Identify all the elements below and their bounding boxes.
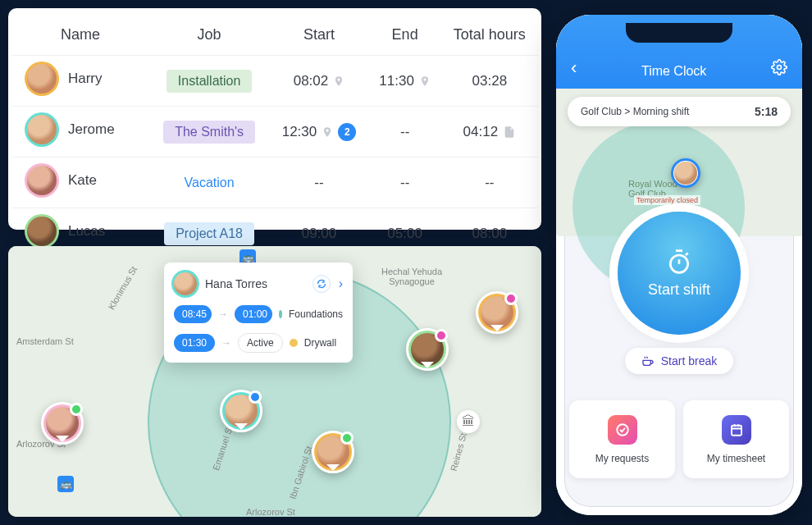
employee-map-pin[interactable] — [312, 431, 354, 473]
avatar — [674, 162, 697, 185]
table-header-row: Name Job Start End Total hours — [11, 16, 538, 56]
employee-popup-name: Hana Torres — [205, 277, 304, 290]
bank-poi-icon: 🏛 — [457, 410, 480, 433]
start-break-label: Start break — [661, 354, 717, 368]
svg-point-1 — [670, 255, 687, 272]
end-time: -- — [400, 175, 409, 191]
avatar — [27, 166, 57, 195]
map-poi-status: Temporarily closed — [634, 195, 700, 205]
phone-mockup: ‹ Time Clock Golf Club > Morning shift 5… — [556, 15, 802, 515]
shift-duration: 5:18 — [755, 105, 778, 118]
employee-map-pin[interactable] — [476, 291, 518, 334]
svg-rect-3 — [732, 425, 741, 435]
job-badge[interactable]: Project A18 — [164, 222, 254, 245]
phone-tiles: My requests My timesheet — [556, 392, 802, 478]
start-time: 09:00 — [302, 226, 337, 242]
col-job: Job — [149, 16, 270, 56]
stopwatch-icon — [666, 249, 692, 275]
avatar — [174, 272, 197, 295]
col-name: Name — [11, 16, 149, 56]
my-location-pin — [671, 158, 700, 188]
avatar — [27, 217, 57, 246]
my-timesheet-tile[interactable]: My timesheet — [683, 400, 789, 478]
count-badge: 2 — [338, 123, 356, 141]
timesheet-table: Name Job Start End Total hours HarryInst… — [11, 16, 538, 258]
task-label: Drywall — [304, 337, 336, 349]
col-start: Start — [269, 16, 368, 56]
employee-name: Harry — [68, 71, 103, 87]
arrow-right-icon: → — [218, 308, 228, 320]
phone-title: Time Clock — [641, 64, 706, 79]
total-hours: 08:00 — [472, 226, 508, 242]
task-color-dot — [279, 310, 282, 318]
chevron-right-icon[interactable]: › — [339, 276, 343, 291]
arrow-right-icon: → — [221, 337, 231, 349]
total-hours: 03:28 — [472, 73, 508, 89]
status-dot-active — [70, 403, 83, 416]
employee-shift-row: 01:30→ActiveDrywall — [174, 333, 343, 353]
end-time: 05:00 — [387, 226, 422, 242]
table-row[interactable]: JeromeThe Smith's12:30 2--04:12 — [11, 107, 538, 158]
employee-popup: Hana Torres › 08:45→01:00Foundations01:3… — [164, 262, 353, 363]
job-badge[interactable]: Installation — [167, 70, 253, 93]
employee-map-pin[interactable] — [220, 390, 262, 432]
end-time: -- — [400, 124, 409, 140]
tile-label: My timesheet — [707, 453, 765, 464]
employee-map-pin[interactable] — [406, 328, 449, 371]
start-time: -- — [314, 175, 323, 191]
col-total: Total hours — [441, 16, 538, 56]
timesheet-table-card: Name Job Start End Total hours HarryInst… — [8, 8, 541, 230]
status-dot-badge — [249, 390, 262, 404]
status-dot-active — [340, 431, 354, 445]
poi-label: Hechal Yehuda Synagogue — [381, 267, 442, 286]
requests-icon — [608, 415, 637, 445]
phone-notch — [626, 23, 732, 43]
time-pill-from: 01:30 — [174, 334, 215, 352]
start-time: 12:30 2 — [282, 123, 357, 141]
employee-name: Kate — [68, 172, 97, 189]
shift-breadcrumb: Golf Club > Morning shift — [581, 106, 689, 117]
svg-point-0 — [778, 66, 782, 70]
time-pill-to: Active — [238, 333, 283, 353]
start-break-button[interactable]: Start break — [625, 348, 733, 374]
task-label: Foundations — [289, 308, 343, 320]
time-pill-to: 01:00 — [235, 305, 272, 323]
avatar — [27, 64, 57, 94]
col-end: End — [369, 16, 441, 56]
employee-shift-row: 08:45→01:00Foundations — [174, 305, 343, 323]
employee-name: Lucas — [68, 223, 105, 240]
current-shift-bar[interactable]: Golf Club > Morning shift 5:18 — [568, 97, 791, 126]
back-button[interactable]: ‹ — [571, 57, 577, 79]
table-row[interactable]: HarryInstallation08:02 11:30 03:28 — [11, 56, 538, 107]
total-hours: 04:12 — [463, 124, 517, 140]
my-requests-tile[interactable]: My requests — [569, 400, 675, 478]
sync-icon[interactable] — [312, 275, 331, 293]
bus-stop-icon: 🚌 — [57, 476, 74, 492]
start-time: 08:02 — [294, 73, 345, 89]
tile-label: My requests — [595, 453, 649, 464]
team-map-card[interactable]: Klonimus St Amsterdam St Arlozorov St Ar… — [8, 246, 541, 517]
status-dot-break — [504, 292, 518, 305]
employee-map-pin[interactable] — [41, 402, 84, 445]
avatar — [27, 115, 57, 144]
status-dot-break — [435, 329, 448, 342]
start-shift-button[interactable]: Start shift — [618, 212, 741, 335]
street-label: Amsterdam St — [16, 336, 74, 346]
street-label: Arlozorov St — [246, 507, 295, 517]
timesheet-icon — [722, 415, 751, 445]
employee-name: Jerome — [68, 121, 115, 138]
gear-icon[interactable] — [771, 59, 787, 79]
shift-controls: Start shift Start break — [556, 236, 802, 392]
time-pill-from: 08:45 — [174, 305, 212, 323]
coffee-icon — [641, 354, 655, 368]
task-color-dot — [290, 339, 298, 347]
job-badge[interactable]: Vacation — [173, 171, 246, 194]
end-time: 11:30 — [379, 73, 431, 89]
table-row[interactable]: KateVacation------ — [11, 158, 538, 208]
start-shift-label: Start shift — [648, 281, 710, 299]
job-badge[interactable]: The Smith's — [163, 121, 255, 144]
total-hours: -- — [485, 175, 494, 191]
